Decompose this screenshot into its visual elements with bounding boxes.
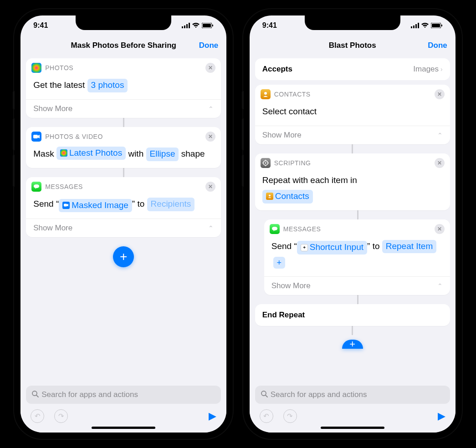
done-button[interactable]: Done (428, 41, 447, 50)
run-button[interactable]: ▶ (438, 410, 445, 422)
category-label: PHOTOS (45, 64, 73, 71)
svg-point-21 (269, 195, 271, 197)
action-card-send-message[interactable]: MESSAGES ✕ Send “✦Shortcut Input” to Rep… (264, 219, 450, 295)
screen-right: 9:41 Blast Photos Done Accepts Images › (250, 15, 456, 433)
show-more-row[interactable]: Show More ⌃ (26, 219, 221, 237)
accepts-value: Images (413, 65, 439, 74)
notch (76, 15, 171, 30)
search-input[interactable]: Search for apps and actions (26, 386, 221, 404)
search-placeholder: Search for apps and actions (41, 390, 138, 399)
bottom-panel: Search for apps and actions ↶ ↷ ▶ (20, 360, 226, 433)
delete-action-icon[interactable]: ✕ (435, 224, 445, 234)
redo-button[interactable]: ↷ (283, 409, 297, 423)
photos-token-icon (60, 149, 67, 157)
show-more-row[interactable]: Show More ⌃ (26, 99, 221, 118)
contacts-token-icon (266, 193, 273, 200)
editor-content[interactable]: Accepts Images › CONTACTS ✕ Select conta… (250, 56, 456, 433)
redo-button[interactable]: ↷ (54, 409, 68, 423)
messages-app-icon (270, 224, 280, 234)
svg-rect-1 (184, 25, 185, 28)
variable-token-contacts[interactable]: Contacts (262, 190, 313, 204)
add-recipient-button[interactable]: + (273, 257, 285, 269)
chevron-right-icon: › (440, 66, 443, 73)
parameter-token-recipients[interactable]: Recipients (147, 198, 195, 211)
status-time: 9:41 (262, 21, 277, 30)
connector-line (352, 144, 353, 153)
status-right (411, 23, 443, 28)
action-text: Select contact (262, 107, 317, 116)
action-card-photos[interactable]: PHOTOS ✕ Get the latest 3 photos Show Mo… (26, 58, 221, 118)
svg-rect-3 (189, 23, 190, 28)
delete-action-icon[interactable]: ✕ (205, 182, 215, 192)
action-text: Get the latest (33, 80, 85, 90)
parameter-token[interactable]: 3 photos (87, 79, 128, 92)
media-app-icon (31, 132, 41, 142)
run-button[interactable]: ▶ (209, 410, 216, 422)
svg-rect-17 (441, 25, 442, 26)
toolbar: ↶ ↷ ▶ (20, 407, 226, 427)
variable-token-masked-image[interactable]: Masked Image (59, 199, 132, 213)
battery-icon (202, 23, 214, 28)
cellular-signal-icon (411, 23, 419, 28)
action-card-end-repeat[interactable]: End Repeat (255, 304, 450, 326)
wifi-icon (421, 23, 429, 28)
action-card-mask[interactable]: PHOTOS & VIDEO ✕ Mask Latest Photos with… (26, 127, 221, 168)
search-input[interactable]: Search for apps and actions (255, 386, 450, 404)
chevron-up-icon: ⌃ (208, 224, 214, 232)
delete-action-icon[interactable]: ✕ (205, 63, 215, 73)
undo-button[interactable]: ↶ (260, 409, 273, 423)
svg-line-23 (266, 395, 267, 397)
chevron-up-icon: ⌃ (437, 132, 443, 139)
parameter-token-ellipse[interactable]: Ellipse (146, 148, 179, 161)
chevron-up-icon: ⌃ (208, 105, 214, 112)
delete-action-icon[interactable]: ✕ (435, 89, 445, 99)
search-icon (261, 390, 268, 400)
variable-token-repeat-item[interactable]: Repeat Item (382, 240, 437, 254)
search-icon (31, 390, 39, 400)
action-text: Repeat with each item in (262, 175, 357, 185)
phone-left: 9:41 Mask Photos Before Sharing Done PHO… (14, 9, 233, 439)
status-time: 9:41 (33, 21, 48, 30)
search-placeholder: Search for apps and actions (271, 390, 367, 399)
action-card-repeat[interactable]: SCRIPTING ✕ Repeat with each item in Con… (255, 153, 450, 210)
variable-token-shortcut-input[interactable]: ✦Shortcut Input (297, 241, 367, 255)
add-action-button[interactable]: + (113, 246, 134, 267)
delete-action-icon[interactable]: ✕ (205, 132, 215, 142)
editor-content[interactable]: PHOTOS ✕ Get the latest 3 photos Show Mo… (20, 56, 226, 433)
delete-action-icon[interactable]: ✕ (435, 158, 445, 168)
done-button[interactable]: Done (199, 41, 219, 50)
home-indicator[interactable] (92, 427, 155, 429)
action-text: ” to (132, 199, 144, 209)
svg-rect-11 (411, 26, 412, 28)
svg-point-20 (265, 163, 266, 164)
svg-rect-7 (33, 135, 38, 138)
svg-rect-14 (418, 23, 419, 28)
svg-rect-8 (64, 204, 67, 207)
wifi-icon (192, 23, 200, 28)
battery-icon (431, 23, 443, 28)
media-token-icon (62, 202, 70, 209)
action-card-contacts[interactable]: CONTACTS ✕ Select contact Show More ⌃ (255, 85, 450, 144)
nav-title: Blast Photos (329, 41, 376, 50)
accepts-row[interactable]: Accepts Images › (255, 58, 450, 80)
category-label: MESSAGES (45, 183, 83, 190)
cellular-signal-icon (182, 23, 190, 28)
show-more-row[interactable]: Show More ⌃ (264, 276, 450, 295)
action-card-send-message[interactable]: MESSAGES ✕ Send “Masked Image” to Recipi… (26, 177, 221, 237)
screen-left: 9:41 Mask Photos Before Sharing Done PHO… (20, 15, 226, 433)
add-action-button[interactable]: + (342, 340, 363, 349)
home-indicator[interactable] (321, 427, 384, 429)
variable-token-latest-photos[interactable]: Latest Photos (56, 147, 126, 160)
nav-bar: Blast Photos Done (250, 36, 456, 56)
svg-rect-13 (415, 24, 417, 28)
svg-rect-0 (182, 26, 183, 28)
svg-rect-5 (203, 24, 211, 27)
messages-app-icon (31, 182, 41, 192)
category-label: SCRIPTING (274, 159, 311, 167)
action-text: Send “ (33, 199, 59, 209)
action-text: with (128, 149, 143, 158)
connector-line (357, 295, 358, 304)
category-label: MESSAGES (283, 225, 321, 233)
undo-button[interactable]: ↶ (31, 409, 44, 423)
show-more-row[interactable]: Show More ⌃ (255, 126, 450, 144)
